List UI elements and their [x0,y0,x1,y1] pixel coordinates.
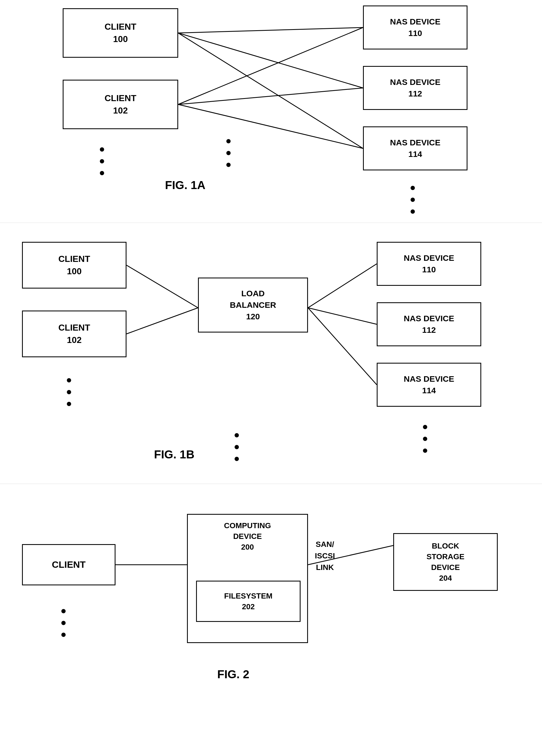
nas112-box-fig1a: NAS DEVICE 112 [363,66,468,110]
nas112-box-fig1b: NAS DEVICE 112 [377,302,481,346]
nas112-label-fig1a: NAS DEVICE 112 [390,76,440,99]
client102-label-fig1a: CLIENT 102 [104,92,136,117]
svg-line-3 [178,27,363,104]
fig1a-label: FIG. 1A [165,179,205,192]
dots-left-fig1b: ●●● [66,374,73,409]
svg-line-7 [126,308,198,334]
san-iscsi-label: SAN/ISCSILINK [315,539,335,573]
svg-line-9 [308,308,377,324]
load-balancer-box: LOAD BALANCER 120 [198,278,308,333]
nas110-box-fig1a: NAS DEVICE 110 [363,5,468,49]
block-storage-label: BLOCK STORAGE DEVICE 204 [427,541,465,584]
filesystem-box: FILESYSTEM202 [196,581,301,622]
nas110-label-fig1a: NAS DEVICE 110 [390,16,440,39]
computing-device-label: COMPUTINGDEVICE200 [224,521,271,551]
divider-1b [0,223,542,223]
filesystem-label: FILESYSTEM202 [224,591,273,612]
client-box-fig2: CLIENT [22,544,115,585]
computing-outer-box: COMPUTINGDEVICE200 FILESYSTEM202 [187,514,308,643]
svg-line-5 [178,104,363,148]
fig1b-label: FIG. 1B [154,448,194,461]
client102-label-fig1b: CLIENT 102 [58,322,90,346]
dots-mid-fig1a: ●●● [225,135,232,170]
nas114-box-fig1a: NAS DEVICE 114 [363,126,468,170]
dots-right-fig1a: ●●● [410,181,416,217]
svg-line-10 [308,308,377,385]
client100-box-fig1a: CLIENT 100 [63,8,178,58]
nas114-box-fig1b: NAS DEVICE 114 [377,363,481,407]
client102-box-fig1a: CLIENT 102 [63,80,178,129]
divider-fig2 [0,484,542,484]
dots-left-fig2: ●●● [60,605,67,640]
nas114-label-fig1b: NAS DEVICE 114 [404,373,454,396]
client100-label-fig1b: CLIENT 100 [58,253,90,278]
dots-mid-fig1b: ●●● [234,429,240,464]
nas112-label-fig1b: NAS DEVICE 112 [404,313,454,336]
load-balancer-label: LOAD BALANCER 120 [230,288,276,322]
client100-label-fig1a: CLIENT 100 [104,21,136,45]
block-storage-box: BLOCK STORAGE DEVICE 204 [393,533,498,591]
svg-line-1 [178,33,363,88]
fig2-label: FIG. 2 [217,668,249,681]
dots-right-fig1b: ●●● [422,420,429,456]
svg-line-8 [308,264,377,308]
svg-line-2 [178,33,363,148]
svg-line-0 [178,27,363,33]
diagram-container: CLIENT 100 CLIENT 102 NAS DEVICE 110 NAS… [0,0,542,756]
client102-box-fig1b: CLIENT 102 [22,311,126,357]
client100-box-fig1b: CLIENT 100 [22,242,126,289]
nas114-label-fig1a: NAS DEVICE 114 [390,137,440,160]
svg-line-4 [178,88,363,104]
nas110-label-fig1b: NAS DEVICE 110 [404,252,454,275]
client-label-fig2: CLIENT [52,558,86,571]
nas110-box-fig1b: NAS DEVICE 110 [377,242,481,286]
computing-device-label-area: COMPUTINGDEVICE200 [188,515,307,555]
svg-line-6 [126,265,198,308]
dots-left-fig1a: ●●● [99,143,106,179]
